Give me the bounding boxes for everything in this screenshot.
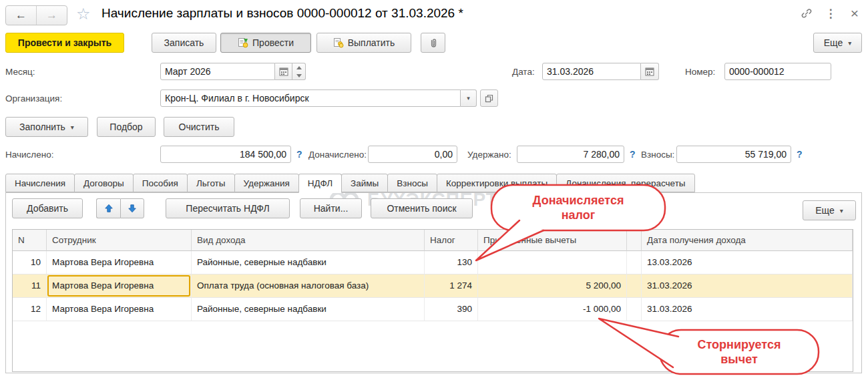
chevron-down-icon: ▾	[71, 124, 74, 131]
tab-korrektirovki[interactable]: Корректировки выплаты	[437, 174, 557, 192]
tab-ndfl[interactable]: НДФЛ	[298, 174, 342, 193]
cell-spacer	[627, 298, 642, 321]
cell-deductions[interactable]: 5 200,00	[478, 274, 627, 298]
column-header-income-date[interactable]: Дата получения дохода	[642, 230, 853, 251]
form-more-label: Еще	[824, 37, 843, 48]
arrow-down-icon	[128, 204, 137, 213]
accrued-help-icon[interactable]: ?	[296, 149, 302, 160]
cell-employee[interactable]: Мартова Вера Игоревна	[47, 298, 192, 321]
move-up-button[interactable]	[96, 198, 120, 218]
move-down-button[interactable]	[120, 198, 144, 218]
cell-income-date[interactable]: 13.03.2026	[642, 251, 853, 274]
cell-employee[interactable]: Мартова Вера Игоревна	[47, 251, 192, 274]
organization-dropdown-button[interactable]: ▾	[461, 89, 477, 107]
pay-button[interactable]: Выплатить	[316, 33, 411, 53]
cell-n[interactable]: 10	[13, 251, 47, 274]
date-input[interactable]	[542, 63, 641, 80]
contributions-input[interactable]	[676, 146, 791, 163]
save-button[interactable]: Записать	[152, 33, 216, 53]
column-header-deductions[interactable]: Примененные вычеты	[478, 230, 627, 251]
cell-deductions[interactable]: -1 000,00	[478, 298, 627, 321]
tab-uderzhaniya[interactable]: Удержания	[234, 174, 299, 192]
chevron-down-icon: ▾	[848, 39, 851, 47]
organization-open-button[interactable]	[480, 89, 498, 107]
column-header-employee[interactable]: Сотрудник	[47, 230, 192, 251]
accrued-input[interactable]	[160, 146, 291, 163]
stepper-down-icon[interactable]	[292, 71, 305, 79]
withheld-label: Удержано:	[467, 150, 511, 160]
back-button[interactable]: ←	[6, 6, 37, 25]
link-icon[interactable]	[800, 7, 813, 20]
cell-income-date[interactable]: 31.03.2026	[642, 274, 853, 298]
pick-button[interactable]: Подбор	[97, 117, 156, 137]
recalculate-ndfl-button[interactable]: Пересчитать НДФЛ	[166, 198, 290, 218]
cell-tax[interactable]: 130	[425, 251, 478, 274]
tab-lgoty[interactable]: Льготы	[187, 174, 235, 192]
close-icon[interactable]: ×	[848, 7, 861, 20]
cell-income-date[interactable]: 31.03.2026	[642, 298, 853, 321]
kebab-menu-icon[interactable]: ⋮	[824, 7, 837, 20]
window-icons: ⋮ ×	[800, 7, 861, 20]
post-document-icon	[238, 37, 248, 48]
tab-bar: Начисления Договоры Пособия Льготы Удерж…	[5, 174, 694, 193]
cell-income-type[interactable]: Оплата труда (основная налоговая база)	[192, 274, 425, 298]
month-calendar-button[interactable]	[275, 63, 292, 80]
cell-n[interactable]: 12	[13, 298, 47, 321]
grid-more-label: Еще	[815, 205, 835, 216]
move-row-buttons	[96, 198, 144, 218]
ndfl-grid: N Сотрудник Вид дохода Налог Примененные…	[12, 229, 853, 372]
date-calendar-button[interactable]	[641, 63, 659, 80]
tab-posobiya[interactable]: Пособия	[133, 174, 188, 192]
cell-tax[interactable]: 390	[425, 298, 478, 321]
additional-input[interactable]	[368, 146, 457, 163]
contributions-help-icon[interactable]: ?	[797, 149, 803, 160]
month-stepper[interactable]	[292, 63, 306, 80]
post-button[interactable]: Провести	[220, 33, 311, 53]
find-button[interactable]: Найти...	[300, 198, 362, 218]
number-input[interactable]	[724, 63, 831, 80]
withheld-input[interactable]	[517, 146, 624, 163]
post-and-close-button[interactable]: Провести и закрыть	[5, 33, 124, 53]
add-row-button[interactable]: Добавить	[12, 198, 83, 218]
cell-income-type[interactable]: Районные, северные надбавки	[192, 298, 425, 321]
ndfl-tab-panel: Добавить Пересчитать НДФЛ Найти... Отмен…	[5, 192, 862, 373]
cell-spacer	[627, 251, 642, 274]
arrow-up-icon	[104, 204, 114, 213]
fill-button[interactable]: Заполнить ▾	[5, 117, 88, 137]
tab-nachisleniya[interactable]: Начисления	[5, 174, 75, 192]
page-title: Начисление зарплаты и взносов 0000-00001…	[101, 6, 463, 21]
month-input[interactable]	[160, 63, 275, 80]
organization-input[interactable]	[160, 89, 461, 107]
tab-zaymy[interactable]: Займы	[341, 174, 388, 192]
forward-button[interactable]: →	[37, 6, 67, 25]
cell-spacer	[627, 274, 642, 298]
form-more-button[interactable]: Еще ▾	[813, 33, 862, 53]
contributions-label: Взносы:	[641, 150, 674, 160]
number-label: Номер:	[685, 67, 715, 77]
table-row[interactable]: 12 Мартова Вера Игоревна Районные, север…	[13, 298, 853, 321]
tab-vznosy[interactable]: Взносы	[387, 174, 437, 192]
column-header-tax[interactable]: Налог	[425, 230, 478, 251]
column-header-income-type[interactable]: Вид дохода	[192, 230, 425, 251]
cell-income-type[interactable]: Районные, северные надбавки	[192, 251, 425, 274]
grid-more-button[interactable]: Еще ▾	[803, 200, 856, 220]
withheld-help-icon[interactable]: ?	[630, 149, 636, 160]
chevron-down-icon: ▾	[840, 207, 843, 214]
cell-n[interactable]: 11	[13, 274, 47, 298]
cell-tax[interactable]: 1 274	[425, 274, 478, 298]
table-row-selected[interactable]: 11 Мартова Вера Игоревна Оплата труда (о…	[13, 274, 853, 298]
column-header-n[interactable]: N	[13, 230, 47, 251]
favorite-star-icon[interactable]: ☆	[76, 5, 91, 23]
grid-toolbar: Добавить Пересчитать НДФЛ Найти... Отмен…	[12, 198, 473, 218]
table-row[interactable]: 10 Мартова Вера Игоревна Районные, север…	[13, 251, 853, 274]
accrued-label: Начислено:	[5, 150, 53, 160]
stepper-up-icon[interactable]	[292, 63, 305, 71]
cancel-search-button[interactable]: Отменить поиск	[371, 198, 473, 218]
clear-button[interactable]: Очистить	[164, 117, 234, 137]
tab-donachisleniya[interactable]: Доначисления, перерасчеты	[556, 174, 694, 192]
tab-dogovory[interactable]: Договоры	[74, 174, 134, 192]
cell-employee-active[interactable]: Мартова Вера Игоревна	[47, 274, 192, 298]
month-label: Месяц:	[5, 67, 35, 77]
attachments-button[interactable]	[421, 33, 445, 53]
cell-deductions[interactable]	[478, 251, 627, 274]
